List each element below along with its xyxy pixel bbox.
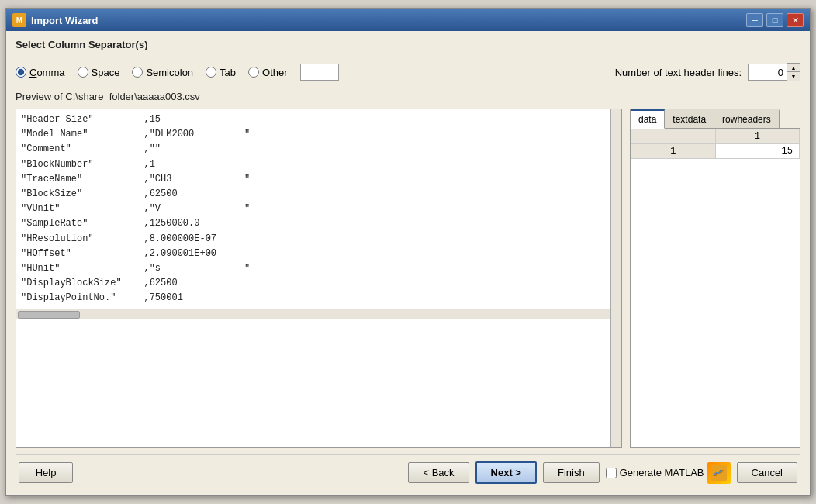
spinner-down[interactable]: ▼	[787, 72, 800, 81]
header-lines-label: Number of text header lines:	[615, 67, 742, 78]
window-content: Select Column Separator(s) Comma Space S…	[6, 31, 810, 495]
generate-section: Generate MATLAB	[606, 462, 731, 484]
semicolon-radio[interactable]	[132, 67, 143, 78]
generate-checkbox[interactable]	[606, 468, 617, 478]
spinner-buttons: ▲ ▼	[787, 63, 800, 81]
tab-rowheaders[interactable]: rowheaders	[714, 109, 780, 128]
title-buttons: ─ □ ✕	[746, 13, 804, 27]
semicolon-label: Semicolon	[146, 67, 193, 78]
matlab-icon-text: M	[16, 16, 22, 25]
other-input[interactable]	[300, 64, 339, 81]
matlab-generate-icon-svg	[711, 465, 727, 481]
spinner-container: 0 ▲ ▼	[748, 63, 800, 81]
tab-radio-label[interactable]: Tab	[206, 67, 236, 78]
space-label: Space	[92, 67, 120, 78]
maximize-button[interactable]: □	[766, 13, 783, 27]
title-bar-left: M Import Wizard	[12, 13, 99, 27]
table-header-row: 1	[631, 129, 800, 144]
other-radio[interactable]	[248, 67, 259, 78]
tab-data[interactable]: data	[631, 109, 665, 129]
header-lines-section: Number of text header lines: 0 ▲ ▼	[615, 63, 800, 81]
space-radio-label[interactable]: Space	[78, 67, 120, 78]
other-label: Other	[262, 67, 288, 78]
comma-radio-label[interactable]: Comma	[16, 67, 65, 78]
data-tabs: data textdata rowheaders	[631, 109, 800, 129]
h-scroll-thumb[interactable]	[18, 311, 80, 319]
preview-panel[interactable]: "Header Size" ,15 "Model Name" ,"DLM2000…	[16, 109, 622, 448]
section-title: Select Column Separator(s)	[16, 39, 800, 50]
preview-content: "Header Size" ,15 "Model Name" ,"DLM2000…	[16, 109, 621, 309]
other-radio-label[interactable]: Other	[248, 67, 288, 78]
window-title: Import Wizard	[31, 15, 99, 26]
separator-row: Comma Space Semicolon Tab Other Number o…	[16, 60, 800, 85]
help-button[interactable]: Help	[19, 462, 73, 483]
semicolon-radio-label[interactable]: Semicolon	[132, 67, 193, 78]
cancel-button[interactable]: Cancel	[737, 462, 797, 483]
data-table-container[interactable]: 1 1 15	[631, 129, 800, 447]
row-header-1: 1	[631, 144, 716, 159]
comma-label: Comma	[29, 67, 65, 78]
header-lines-input[interactable]: 0	[748, 64, 787, 81]
preview-label: Preview of C:\share_folder\aaaaa003.csv	[16, 91, 800, 102]
space-radio[interactable]	[78, 67, 88, 78]
tab-radio[interactable]	[206, 67, 216, 78]
close-button[interactable]: ✕	[787, 13, 804, 27]
tab-label: Tab	[220, 67, 236, 78]
import-wizard-window: M Import Wizard ─ □ ✕ Select Column Sepa…	[5, 8, 811, 496]
data-panel: data textdata rowheaders 1	[630, 109, 800, 448]
title-bar: M Import Wizard ─ □ ✕	[6, 9, 810, 31]
back-button[interactable]: < Back	[408, 462, 469, 483]
matlab-icon: M	[12, 13, 26, 27]
empty-header	[631, 129, 716, 144]
next-button[interactable]: Next >	[475, 461, 537, 484]
finish-button[interactable]: Finish	[543, 462, 600, 483]
generate-label: Generate MATLAB	[620, 467, 704, 478]
v-scrollbar[interactable]	[610, 109, 621, 447]
h-scrollbar[interactable]	[16, 309, 621, 319]
table-row: 1 15	[631, 144, 800, 159]
generate-icon	[707, 462, 731, 484]
main-panels: "Header Size" ,15 "Model Name" ,"DLM2000…	[16, 109, 800, 448]
minimize-button[interactable]: ─	[746, 13, 763, 27]
col-header-1: 1	[715, 129, 800, 144]
bottom-bar: Help < Back Next > Finish Generate MATLA…	[16, 454, 800, 487]
cell-1-1: 15	[715, 144, 800, 159]
data-table: 1 1 15	[631, 129, 800, 159]
tab-textdata[interactable]: textdata	[665, 109, 714, 128]
spinner-up[interactable]: ▲	[787, 64, 800, 72]
comma-radio[interactable]	[16, 67, 26, 78]
